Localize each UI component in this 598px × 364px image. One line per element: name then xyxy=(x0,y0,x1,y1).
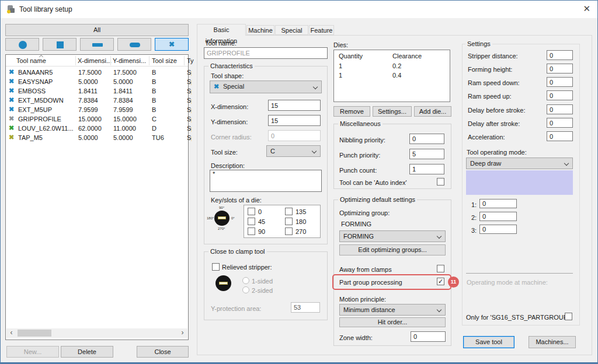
key-slot-90-checkbox[interactable] xyxy=(248,228,255,235)
column-header-tool-size[interactable]: Tool size xyxy=(152,57,177,64)
zone-width-field[interactable] xyxy=(411,331,446,342)
die-row-clearance: 0.4 xyxy=(392,72,401,79)
tool-name-field[interactable] xyxy=(204,47,328,59)
description-field[interactable]: * xyxy=(210,170,322,192)
key-slot-270-checkbox[interactable] xyxy=(285,228,293,235)
y-protection-field[interactable] xyxy=(291,302,320,313)
optimizing-group-select[interactable]: FORMING xyxy=(339,230,446,242)
y-dimension-field[interactable] xyxy=(268,115,321,126)
optimizing-title: Optimizing default settings xyxy=(338,196,417,203)
acceleration-field[interactable] xyxy=(547,131,573,141)
stripper-distance-label: Stripper distance: xyxy=(468,52,518,60)
close-button[interactable]: Close xyxy=(137,346,189,358)
filter-circle-button[interactable] xyxy=(5,38,39,51)
only-for-partgroup-checkbox[interactable] xyxy=(565,313,572,320)
stripper-distance-field[interactable] xyxy=(547,50,573,60)
dies-column-quantity[interactable]: Quantity xyxy=(339,52,363,60)
table-row[interactable]: ✖ EMBOSS1.84111.8411BSpecial xyxy=(6,86,188,96)
scrollbar-thumb[interactable] xyxy=(18,330,51,337)
table-row[interactable]: ✖ TAP_M55.00005.0000TU6Special xyxy=(6,133,188,142)
key-slot-90-label: 90 xyxy=(258,228,265,235)
nibbling-priority-field[interactable] xyxy=(409,134,444,144)
new-button[interactable]: New... xyxy=(6,346,59,358)
motion-principle-select[interactable]: Minimum distance xyxy=(339,304,446,316)
save-tool-button[interactable]: Save tool xyxy=(463,336,514,348)
key-slot-0-checkbox[interactable] xyxy=(248,208,255,215)
close-icon[interactable]: ✕ xyxy=(583,4,590,14)
delay-before-stroke-label: Delay before stroke: xyxy=(468,107,525,114)
dies-column-clearance[interactable]: Clearance xyxy=(392,52,422,60)
punch-count-field[interactable] xyxy=(409,164,444,174)
delay-after-stroke-label: Delay after stroke: xyxy=(468,120,520,127)
away-from-clamps-checkbox[interactable] xyxy=(437,265,444,272)
two-sided-label: 2-sided xyxy=(252,287,273,294)
key-slots-label: Key/slots of a die: xyxy=(211,197,262,204)
tool-operating-mode-select[interactable]: Deep draw xyxy=(466,158,573,169)
motion-principle-value: Minimum distance xyxy=(343,306,395,313)
table-row[interactable]: ✖ LOUV_L62.0W11...62.000011.0000DSpecial xyxy=(6,124,188,133)
tab-machine[interactable]: Machine xyxy=(246,25,274,35)
settings-title: Settings xyxy=(465,40,492,47)
table-row[interactable]: ✖ EXT_M5DOWN7.83847.8384BSpecial xyxy=(6,96,188,105)
table-row[interactable]: ✖ EXT_M5UP7.95997.9599BSpecial xyxy=(6,105,188,114)
machines-button[interactable]: Machines... xyxy=(529,336,576,348)
relieved-stripper-checkbox[interactable] xyxy=(212,263,220,271)
tab-special-tool[interactable]: Special tool xyxy=(275,25,308,35)
table-row[interactable]: ✖ BANAANR517.500017.5000BSpecial xyxy=(6,68,188,77)
tool-size-select[interactable]: C xyxy=(266,145,321,157)
key-slot-180-label: 180 xyxy=(295,218,306,225)
tool-shape-special-icon: ✖ xyxy=(9,96,14,104)
tool-list: Tool name X-dimensi... Y-dimensi... Tool… xyxy=(5,54,189,340)
filter-square-button[interactable] xyxy=(43,38,77,51)
x-dimension-field[interactable] xyxy=(268,100,321,111)
delay-after-stroke-field[interactable] xyxy=(547,118,573,128)
punch-priority-field[interactable] xyxy=(409,149,444,159)
param-1-field[interactable] xyxy=(479,199,517,208)
ram-speed-down-field[interactable] xyxy=(547,77,573,87)
tab-feature[interactable]: Feature xyxy=(309,25,334,35)
auto-index-label: Tool can be 'Auto index' xyxy=(339,179,407,186)
dies-table[interactable]: Quantity Clearance 1 0.2 1 0.4 xyxy=(333,50,450,102)
delete-button[interactable]: Delete xyxy=(61,346,113,358)
y-dimension-label: Y-dimension: xyxy=(211,118,248,125)
key-slot-135-checkbox[interactable] xyxy=(285,208,293,215)
filter-obround-button[interactable] xyxy=(117,38,151,51)
optimizing-group-label: Optimizing group: xyxy=(339,209,390,216)
key-slot-180-checkbox[interactable] xyxy=(285,218,293,225)
table-row-selected[interactable]: ✖ GRIPPROFILE15.000015.0000CSpecial xyxy=(6,114,188,124)
tool-list-header[interactable]: Tool name X-dimensi... Y-dimensi... Tool… xyxy=(6,55,188,66)
remove-die-button[interactable]: Remove xyxy=(333,106,370,117)
add-die-button[interactable]: Add die... xyxy=(414,106,451,117)
filter-special-button[interactable]: ✖ xyxy=(155,38,189,51)
param-3-field[interactable] xyxy=(479,225,517,234)
auto-index-checkbox[interactable] xyxy=(437,178,444,186)
column-header-type[interactable]: Ty xyxy=(187,57,194,64)
key-slot-45-checkbox[interactable] xyxy=(248,218,255,225)
table-row[interactable]: ✖ EASYSNAP5.00005.0000BSpecial xyxy=(6,77,188,86)
column-header-x-dimension[interactable]: X-dimensi... xyxy=(78,57,112,64)
tool-library-setup-dialog: Tool library setup ✕ All ✖ Tool name X-d… xyxy=(0,0,598,364)
one-sided-radio[interactable] xyxy=(242,277,249,284)
tab-basic-information[interactable]: Basic information xyxy=(197,24,246,36)
optimizing-group-value: FORMING xyxy=(343,233,374,240)
edit-optimizing-groups-button[interactable]: Edit optimizing groups... xyxy=(339,244,446,256)
filter-all-button[interactable]: All xyxy=(5,24,189,36)
die-settings-button[interactable]: Settings... xyxy=(373,106,412,117)
horizontal-scrollbar[interactable]: ‹ › xyxy=(6,328,187,338)
forming-height-field[interactable] xyxy=(547,64,573,74)
stripper-die-icon xyxy=(215,275,231,291)
delay-before-stroke-field[interactable] xyxy=(547,104,573,114)
hit-order-button[interactable]: Hit order... xyxy=(339,317,446,327)
two-sided-radio[interactable] xyxy=(242,286,249,293)
tool-shape-select[interactable]: ✖ Special xyxy=(210,80,322,93)
filter-rectangle-button[interactable] xyxy=(80,38,114,51)
scroll-left-icon[interactable]: ‹ xyxy=(6,328,16,338)
param-2-field[interactable] xyxy=(479,212,517,221)
scroll-right-icon[interactable]: › xyxy=(178,328,187,338)
callout-highlight-box xyxy=(332,274,451,290)
corner-radius-field[interactable] xyxy=(268,130,321,141)
column-header-y-dimension[interactable]: Y-dimensi... xyxy=(113,57,146,64)
ram-speed-up-field[interactable] xyxy=(547,90,573,100)
param-3-label: 3: xyxy=(471,227,477,234)
column-header-tool-name[interactable]: Tool name xyxy=(16,57,46,64)
